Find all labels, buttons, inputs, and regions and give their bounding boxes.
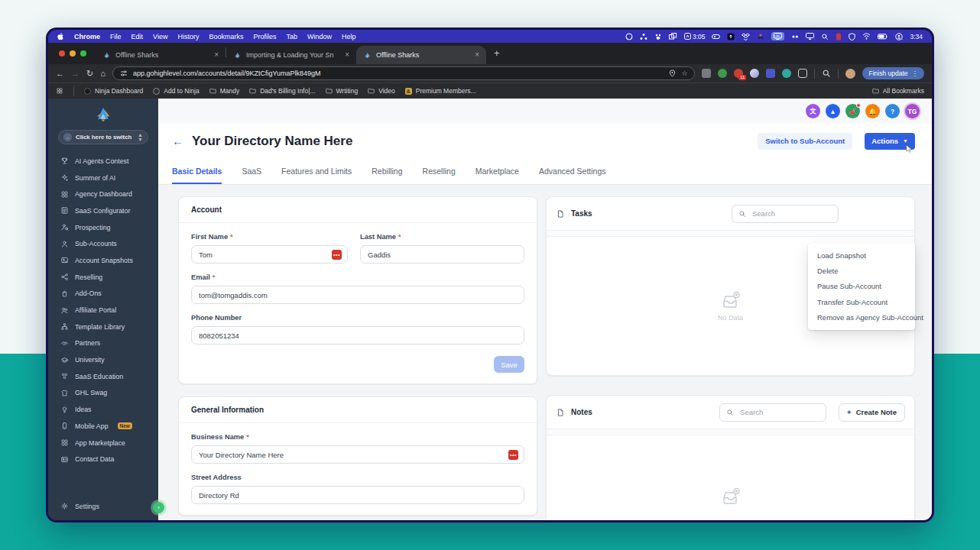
tab-rebilling[interactable]: Rebilling <box>372 167 402 184</box>
sidebar-item-reselling[interactable]: Reselling <box>48 269 158 286</box>
bookmark-premium-members[interactable]: &Premium Members... <box>405 87 476 95</box>
finish-update-button[interactable]: Finish update ⋮ <box>862 67 924 79</box>
sidebar-item-app-marketplace[interactable]: App Marketplace <box>48 435 158 451</box>
browser-tab-2[interactable]: Importing & Loading Your Sn × <box>226 46 356 64</box>
actions-button[interactable]: Actions ▼ <box>865 133 915 150</box>
extension-gear-icon[interactable] <box>766 69 775 78</box>
new-tab-button[interactable]: + <box>494 47 500 59</box>
bookmark-ninja-dashboard[interactable]: Ninja Dashboard <box>84 87 143 95</box>
bookmark-star-icon[interactable]: ☆ <box>681 70 687 77</box>
dropbox-status-icon[interactable] <box>741 32 750 40</box>
menubar-item-profiles[interactable]: Profiles <box>253 33 276 40</box>
menu-item-pause-sub-account[interactable]: Pause Sub-Account <box>808 279 915 294</box>
headset-status-icon[interactable] <box>625 32 633 40</box>
menu-item-transfer-sub-account[interactable]: Transfer Sub-Account <box>808 294 915 309</box>
site-settings-icon[interactable] <box>120 70 128 77</box>
tab-saas[interactable]: SaaS <box>242 167 261 184</box>
sidebar-item-mobile-app[interactable]: Mobile AppNew <box>48 418 158 435</box>
bookmark-folder-video[interactable]: Video <box>368 87 395 95</box>
menubar-item-chrome[interactable]: Chrome <box>74 33 100 40</box>
lastpass-icon[interactable]: ••• <box>332 250 342 260</box>
sidebar-item-affiliate-portal[interactable]: Affiliate Portal <box>48 302 158 319</box>
screen-sharing-status-icon[interactable] <box>771 32 784 40</box>
menubar-item-history[interactable]: History <box>177 33 199 40</box>
menubar-item-bookmarks[interactable]: Bookmarks <box>209 33 243 40</box>
wifi-status-icon[interactable] <box>862 32 871 40</box>
account-switcher[interactable]: ⌂ Click here to switch ▲▼ <box>58 130 148 144</box>
bookmark-add-to-ninja[interactable]: Add to Ninja <box>153 87 199 95</box>
extension-red-icon[interactable]: 11 <box>734 69 743 78</box>
forward-button[interactable]: → <box>71 70 80 78</box>
tab-advanced-settings[interactable]: Advanced Settings <box>539 167 606 184</box>
bug-status-icon[interactable] <box>757 32 764 40</box>
bookmark-folder-dads-billing[interactable]: Dad's Billing Info|... <box>249 87 315 95</box>
sidebar-item-saas-education[interactable]: SaaS Education <box>48 368 158 385</box>
all-bookmarks-button[interactable]: All Bookmarks <box>872 87 924 95</box>
browser-tab-3-active[interactable]: Offline Sharks × <box>356 46 486 64</box>
chat-widget-button[interactable]: ‹ <box>153 502 164 513</box>
help-icon[interactable]: ? <box>885 104 900 118</box>
display-status-icon[interactable] <box>806 32 814 40</box>
tab-basic-details[interactable]: Basic Details <box>172 167 222 184</box>
menubar-item-edit[interactable]: Edit <box>131 33 144 40</box>
tab-close-icon[interactable]: × <box>475 51 479 59</box>
maximize-window-button[interactable] <box>80 50 86 57</box>
battery-status-icon[interactable] <box>878 32 888 40</box>
chrome-profile-avatar[interactable] <box>845 69 855 79</box>
pill-status-icon[interactable] <box>712 32 720 40</box>
menubar-item-file[interactable]: File <box>110 33 122 40</box>
last-name-field[interactable] <box>360 245 524 264</box>
address-bar[interactable]: app.gohighlevel.com/accounts/detail/9KZt… <box>112 66 696 80</box>
reload-button[interactable]: ↻ <box>86 70 93 78</box>
spotlight-search-icon[interactable] <box>821 32 829 40</box>
location-pin-icon[interactable] <box>669 70 676 77</box>
tasks-search[interactable] <box>732 205 839 223</box>
sidebar-item-account-snapshots[interactable]: Account Snapshots <box>48 252 158 269</box>
tab-close-icon[interactable]: × <box>214 51 219 59</box>
extension-pen-icon[interactable] <box>750 69 759 78</box>
bookmark-folder-mandy[interactable]: Mandy <box>209 87 240 95</box>
menubar-item-help[interactable]: Help <box>342 33 356 40</box>
dots-status-icon[interactable] <box>791 32 799 40</box>
sidebar-item-partners[interactable]: Partners <box>48 335 158 352</box>
create-note-button[interactable]: + Create Note <box>839 403 905 422</box>
translate-icon[interactable]: 文 <box>806 104 820 118</box>
sidebar-item-agency-dashboard[interactable]: Agency Dashboard <box>48 186 158 202</box>
sidebar-item-template-library[interactable]: Template Library <box>48 319 158 335</box>
chrome-menu-icon[interactable]: ⋮ <box>912 70 919 77</box>
onepassword-status-icon[interactable] <box>836 32 842 40</box>
minimize-window-button[interactable] <box>70 50 76 57</box>
tab-marketplace[interactable]: Marketplace <box>475 167 519 184</box>
phone-field[interactable] <box>191 326 524 345</box>
tab-search-icon[interactable] <box>822 69 831 78</box>
extension-evernote-icon[interactable] <box>718 69 727 78</box>
sidebar-item-settings[interactable]: Settings <box>48 502 158 520</box>
announcements-icon[interactable]: 📣 <box>845 104 860 118</box>
box-up-status-icon[interactable] <box>727 32 735 40</box>
browser-tab-1[interactable]: Offline Sharks × <box>96 46 226 64</box>
sidebar-item-university[interactable]: University <box>48 351 158 368</box>
sidebar-item-prospecting[interactable]: Prospecting <box>48 219 158 236</box>
user-status-icon[interactable] <box>895 32 903 40</box>
extension-teal-icon[interactable] <box>782 69 791 78</box>
menu-item-delete[interactable]: Delete <box>808 263 915 278</box>
tab-reselling[interactable]: Reselling <box>423 167 456 184</box>
extension-camera-icon[interactable] <box>702 69 711 78</box>
business-name-field[interactable] <box>191 445 524 464</box>
apple-menu-icon[interactable] <box>57 32 64 40</box>
sidebar-item-contact-data[interactable]: Contact Data <box>48 451 158 467</box>
sidebar-item-saas-configurator[interactable]: SaaS Configurator <box>48 202 158 219</box>
apps-grid-icon[interactable] <box>56 87 63 95</box>
tasks-search-input[interactable] <box>751 209 832 218</box>
close-window-button[interactable] <box>59 50 65 57</box>
back-button[interactable]: ← <box>56 70 64 78</box>
sidebar-item-summer-of-ai[interactable]: Summer of AI <box>48 170 158 186</box>
switch-to-sub-account-button[interactable]: Switch to Sub-Account <box>758 133 852 150</box>
user-avatar[interactable]: TG <box>905 104 920 118</box>
hub-status-icon[interactable] <box>640 32 647 40</box>
menubar-item-tab[interactable]: Tab <box>286 33 297 40</box>
windows-status-icon[interactable] <box>669 32 677 40</box>
notes-search[interactable] <box>719 403 826 422</box>
screenshot-time-icon[interactable]: 3:05 <box>684 32 706 40</box>
extensions-puzzle-icon[interactable] <box>798 69 807 78</box>
